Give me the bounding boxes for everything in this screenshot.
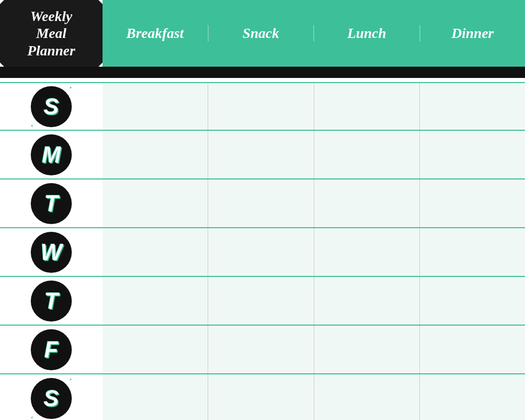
- row-tuesday: T: [0, 179, 525, 228]
- letter-sunday: S: [44, 95, 58, 118]
- arrow-icon-saturday-top: [63, 377, 73, 387]
- day-icon-monday: M: [0, 134, 103, 175]
- lunch-wednesday[interactable]: [314, 228, 420, 276]
- circle-monday: M: [31, 134, 72, 175]
- breakfast-monday[interactable]: [103, 131, 208, 178]
- arrow-icon-saturday-bottom: [30, 410, 40, 420]
- day-icon-thursday: T: [0, 281, 103, 322]
- dinner-wednesday[interactable]: [420, 228, 525, 276]
- breakfast-wednesday[interactable]: [103, 228, 208, 276]
- row-sunday: S: [0, 82, 525, 131]
- letter-friday: F: [45, 338, 58, 361]
- meals-wednesday: [103, 228, 525, 276]
- circle-sunday: S: [31, 86, 72, 127]
- col-snack: Snack: [209, 25, 315, 42]
- table-area: S: [0, 78, 525, 420]
- letter-saturday: S: [44, 387, 58, 410]
- lunch-friday[interactable]: [314, 326, 420, 373]
- row-wednesday: W: [0, 228, 525, 277]
- row-friday: F: [0, 326, 525, 374]
- row-monday: M: [0, 131, 525, 179]
- breakfast-friday[interactable]: [103, 326, 208, 373]
- divider: [0, 67, 525, 78]
- meals-monday: [103, 131, 525, 178]
- breakfast-saturday[interactable]: [103, 374, 208, 420]
- header: Weekly Meal Planner Breakfast Snack Lunc…: [0, 0, 525, 67]
- letter-tuesday: T: [45, 192, 58, 215]
- arrow-icon-sunday-bottom: [30, 118, 40, 128]
- title-text: Weekly Meal Planner: [27, 8, 75, 59]
- lunch-saturday[interactable]: [314, 374, 420, 420]
- day-icon-tuesday: T: [0, 183, 103, 224]
- meals-thursday: [103, 277, 525, 325]
- dinner-monday[interactable]: [420, 131, 525, 178]
- dinner-saturday[interactable]: [420, 374, 525, 420]
- day-icon-sunday: S: [0, 86, 103, 127]
- dinner-sunday[interactable]: [420, 83, 525, 130]
- dinner-friday[interactable]: [420, 326, 525, 373]
- day-icon-saturday: S: [0, 378, 103, 419]
- col-lunch: Lunch: [314, 25, 420, 42]
- meals-saturday: [103, 374, 525, 420]
- snack-tuesday[interactable]: [208, 179, 314, 227]
- lunch-monday[interactable]: [314, 131, 420, 178]
- letter-wednesday: W: [41, 241, 62, 264]
- lunch-sunday[interactable]: [314, 83, 420, 130]
- circle-wednesday: W: [31, 232, 72, 273]
- lunch-thursday[interactable]: [314, 277, 420, 325]
- snack-thursday[interactable]: [208, 277, 314, 325]
- meals-friday: [103, 326, 525, 373]
- col-dinner: Dinner: [420, 25, 526, 42]
- circle-friday: F: [31, 329, 72, 370]
- row-saturday: S: [0, 374, 525, 420]
- meals-tuesday: [103, 179, 525, 227]
- breakfast-tuesday[interactable]: [103, 179, 208, 227]
- breakfast-sunday[interactable]: [103, 83, 208, 130]
- snack-sunday[interactable]: [208, 83, 314, 130]
- breakfast-thursday[interactable]: [103, 277, 208, 325]
- content-area: S: [0, 78, 525, 420]
- day-icon-wednesday: W: [0, 232, 103, 273]
- title-badge: Weekly Meal Planner: [0, 0, 103, 67]
- snack-saturday[interactable]: [208, 374, 314, 420]
- col-breakfast: Breakfast: [103, 25, 209, 42]
- dinner-thursday[interactable]: [420, 277, 525, 325]
- snack-wednesday[interactable]: [208, 228, 314, 276]
- snack-monday[interactable]: [208, 131, 314, 178]
- lunch-tuesday[interactable]: [314, 179, 420, 227]
- arrow-icon-sunday-top: [63, 85, 73, 95]
- letter-monday: M: [42, 144, 61, 166]
- circle-tuesday: T: [31, 183, 72, 224]
- meals-sunday: [103, 83, 525, 130]
- page: www.homemadeforelle.com Weekly Meal Plan…: [0, 0, 525, 420]
- circle-saturday: S: [31, 378, 72, 419]
- dinner-tuesday[interactable]: [420, 179, 525, 227]
- snack-friday[interactable]: [208, 326, 314, 373]
- day-icon-friday: F: [0, 329, 103, 370]
- letter-thursday: T: [45, 290, 58, 312]
- column-headers: Breakfast Snack Lunch Dinner: [103, 0, 525, 67]
- circle-thursday: T: [31, 281, 72, 322]
- row-thursday: T: [0, 277, 525, 326]
